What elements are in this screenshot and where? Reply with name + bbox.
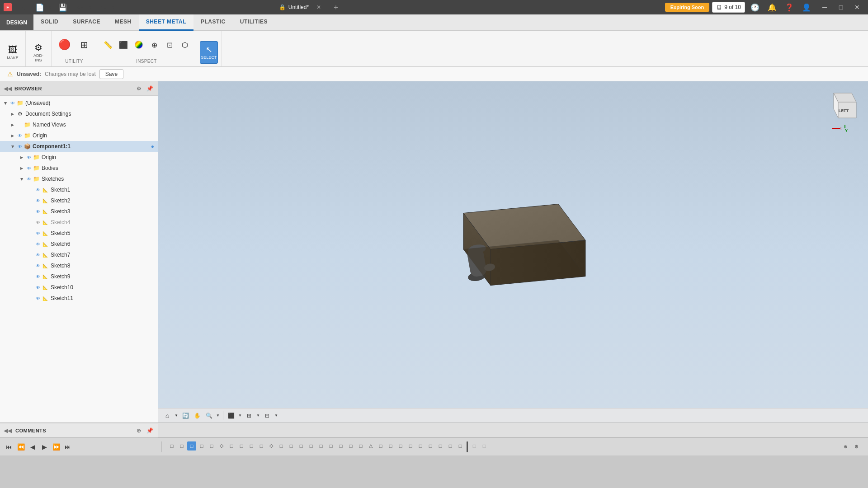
notifications-button[interactable]: 🔔 xyxy=(765,1,779,14)
env-button[interactable]: ⊟ xyxy=(262,410,273,421)
timeline-marker-16[interactable]: □ xyxy=(316,441,326,450)
undo-button[interactable]: ↩ xyxy=(73,1,87,14)
color-button[interactable] xyxy=(132,33,146,56)
tree-arrow-origin[interactable] xyxy=(9,134,16,138)
eye-icon-sketch3[interactable]: 👁 xyxy=(34,208,42,215)
timeline-marker-21[interactable]: △ xyxy=(366,441,375,450)
tree-arrow-component1[interactable] xyxy=(9,145,16,149)
minimize-button[interactable]: ─ xyxy=(817,2,832,12)
tree-item-sketch5[interactable]: 👁 📐 Sketch5 xyxy=(0,228,158,239)
pan-button[interactable]: ✋ xyxy=(192,410,203,421)
go-to-start-button[interactable]: ⏮ xyxy=(4,441,14,452)
tree-item-sketch3[interactable]: 👁 📐 Sketch3 xyxy=(0,206,158,217)
timeline-marker-27[interactable]: □ xyxy=(426,441,435,450)
close-button[interactable]: ✕ xyxy=(850,2,864,12)
eye-icon-component1[interactable]: 👁 xyxy=(16,143,24,150)
tree-item-sketch2[interactable]: 👁 📐 Sketch2 xyxy=(0,195,158,206)
timeline-marker-5[interactable]: □ xyxy=(207,441,216,450)
browser-collapse-button[interactable]: ◀◀ xyxy=(4,85,12,92)
inspect-panel-button[interactable]: ⊡ xyxy=(162,33,177,56)
inspect-3d-button[interactable]: ⬡ xyxy=(178,33,192,56)
timeline-expand-button[interactable]: ⊕ xyxy=(841,442,850,451)
browser-settings-button[interactable]: ⚙ xyxy=(134,84,143,93)
timeline-marker-23[interactable]: □ xyxy=(386,441,395,450)
design-dropdown-button[interactable]: DESIGN xyxy=(0,14,33,30)
eye-icon-sketch10[interactable]: 👁 xyxy=(34,284,42,291)
timeline-marker-17[interactable]: □ xyxy=(326,441,335,450)
redo-dropdown-button[interactable]: ▼ xyxy=(111,1,116,14)
inspect-square-button[interactable]: ⬛ xyxy=(116,33,131,56)
tree-item-sketch6[interactable]: 👁 📐 Sketch6 xyxy=(0,239,158,249)
tree-item-origin2[interactable]: 👁 📁 Origin xyxy=(0,152,158,163)
tree-item-bodies[interactable]: 👁 📁 Bodies xyxy=(0,163,158,174)
timeline-marker-9[interactable]: □ xyxy=(247,441,256,450)
timeline-marker-25[interactable]: □ xyxy=(406,441,415,450)
tree-item-sketch4[interactable]: 👁 📐 Sketch4 xyxy=(0,217,158,228)
eye-icon-sketch2[interactable]: 👁 xyxy=(34,197,42,204)
display-mode-button[interactable]: ⬛ xyxy=(226,410,236,421)
eye-icon-root[interactable]: 👁 xyxy=(9,99,16,107)
go-to-end-button[interactable]: ⏭ xyxy=(62,441,73,452)
eye-icon-origin[interactable]: 👁 xyxy=(16,132,24,139)
tree-item-root[interactable]: 👁 📁 (Unsaved) xyxy=(0,98,158,108)
tab-utilities[interactable]: UTILITIES xyxy=(233,14,275,31)
timeline-marker-11[interactable]: ◇ xyxy=(267,441,276,450)
expiring-soon-button[interactable]: Expiring Soon xyxy=(665,3,710,12)
tree-item-origin[interactable]: 👁 📁 Origin xyxy=(0,130,158,141)
zoom-button[interactable]: 🔍 xyxy=(203,410,214,421)
comments-pin-button[interactable]: 📌 xyxy=(145,426,154,435)
eye-icon-sketch11[interactable]: 👁 xyxy=(34,295,42,302)
tab-sheet-metal[interactable]: SHEET METAL xyxy=(139,14,193,31)
timeline-marker-6[interactable]: ◇ xyxy=(217,441,226,450)
play-forward-button[interactable]: ▶ xyxy=(39,441,50,452)
save-button[interactable]: 💾 xyxy=(56,1,70,14)
tree-item-component1[interactable]: 👁 📦 Component1:1 ● xyxy=(0,141,158,152)
timeline-marker-18[interactable]: □ xyxy=(336,441,345,450)
tree-item-sketch1[interactable]: 👁 📐 Sketch1 xyxy=(0,184,158,195)
tree-item-doc-settings[interactable]: ⚙ Document Settings xyxy=(0,108,158,119)
eye-icon-sketch1[interactable]: 👁 xyxy=(34,186,42,193)
tree-item-sketch11[interactable]: 👁 📐 Sketch11 xyxy=(0,293,158,304)
utility-light-button[interactable]: 🔴 xyxy=(55,33,73,56)
env-dropdown[interactable]: ▼ xyxy=(274,410,279,421)
redo-button[interactable]: ↪ xyxy=(96,1,110,14)
inspect-cross-button[interactable]: ⊕ xyxy=(147,33,161,56)
timeline-marker-31[interactable]: □ xyxy=(470,441,479,450)
viewcube[interactable]: LEFT X Y xyxy=(825,89,861,125)
utility-grid-button[interactable]: ⊞ xyxy=(75,33,93,56)
tree-item-sketch7[interactable]: 👁 📐 Sketch7 xyxy=(0,249,158,260)
tab-plastic[interactable]: PLASTIC xyxy=(193,14,233,31)
tree-item-sketch8[interactable]: 👁 📐 Sketch8 xyxy=(0,260,158,271)
home-view-button[interactable]: ⌂ xyxy=(162,410,173,421)
eye-icon-sketch5[interactable]: 👁 xyxy=(34,230,42,237)
make-button[interactable]: 🖼 MAKE xyxy=(4,41,22,64)
timeline-marker-28[interactable]: □ xyxy=(436,441,445,450)
timeline-marker-3[interactable]: □ xyxy=(187,441,196,450)
tree-arrow-root[interactable] xyxy=(2,101,9,105)
eye-icon-origin2[interactable]: 👁 xyxy=(25,154,33,161)
maximize-button[interactable]: □ xyxy=(834,2,848,12)
timeline-settings-button[interactable]: ⚙ xyxy=(852,442,861,451)
help-button[interactable]: ❓ xyxy=(782,1,797,14)
grid-menu-button[interactable]: ⊞ xyxy=(15,1,30,14)
new-file-button[interactable]: 📄 xyxy=(33,1,47,14)
profile-button[interactable]: 👤 xyxy=(799,1,814,14)
comments-add-button[interactable]: ⊕ xyxy=(134,426,143,435)
tree-item-sketch10[interactable]: 👁 📐 Sketch10 xyxy=(0,282,158,293)
timeline-marker-20[interactable]: □ xyxy=(356,441,365,450)
eye-icon-sketch7[interactable]: 👁 xyxy=(34,251,42,258)
timeline-marker-19[interactable]: □ xyxy=(346,441,355,450)
timeline-marker-30[interactable]: □ xyxy=(456,441,465,450)
display-dropdown[interactable]: ▼ xyxy=(237,410,243,421)
tree-item-sketches[interactable]: 👁 📁 Sketches xyxy=(0,174,158,184)
step-back-button[interactable]: ⏪ xyxy=(15,441,26,452)
timeline-marker-8[interactable]: □ xyxy=(237,441,246,450)
eye-icon-sketch8[interactable]: 👁 xyxy=(34,262,42,269)
select-button[interactable]: ↖ SELECT xyxy=(200,41,218,64)
tree-arrow-sketches[interactable] xyxy=(18,177,25,181)
timeline-marker-15[interactable]: □ xyxy=(307,441,316,450)
timeline-marker-7[interactable]: □ xyxy=(227,441,236,450)
eye-icon-sketches[interactable]: 👁 xyxy=(25,175,33,183)
tab-close-button[interactable]: ✕ xyxy=(311,1,326,14)
timeline-marker-26[interactable]: □ xyxy=(416,441,425,450)
